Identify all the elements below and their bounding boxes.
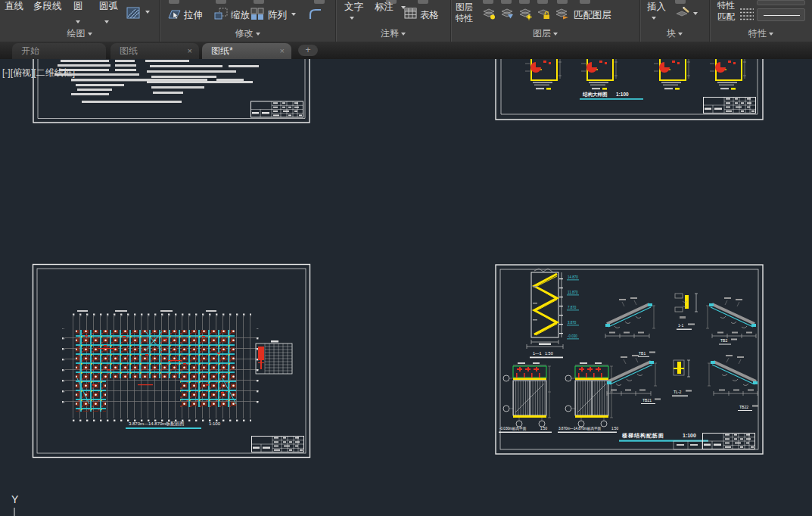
caption-text: 3.870m—14.870m板配筋图 — [129, 421, 184, 427]
ribbon-panel-draw: 直线 多段线 圆 圆弧 绘图 — [0, 0, 159, 42]
color-select[interactable] — [757, 0, 805, 5]
insert-dropdown-icon[interactable] — [652, 17, 656, 20]
clipped-toolbar-button[interactable] — [675, 0, 686, 4]
layer-freeze-icon[interactable] — [499, 8, 515, 20]
caption-scale: 1:100 — [209, 421, 221, 426]
close-tab-icon[interactable]: × — [280, 43, 285, 59]
panel-expand-icon — [769, 33, 773, 36]
line-tool-button[interactable]: 直线 — [5, 0, 23, 13]
sheet-border — [496, 265, 763, 454]
table-icon[interactable] — [404, 8, 418, 20]
file-tab-drawing[interactable]: 图纸 × — [110, 43, 199, 59]
annotate-panel-label[interactable]: 注释 — [336, 27, 450, 40]
dimension-tool-button[interactable]: 标注 — [375, 1, 394, 14]
detail-1-1-label: 1-1 — [678, 323, 683, 328]
viewport-minimize-control[interactable]: [-] — [2, 67, 11, 78]
column-detail-plan — [654, 59, 690, 90]
array-dropdown-icon[interactable] — [291, 13, 296, 16]
stretch-icon[interactable] — [167, 8, 182, 20]
draw-panel-label[interactable]: 绘图 — [0, 27, 159, 40]
ribbon-panel-layers: 图层 特性 — [451, 0, 639, 42]
clipped-toolbar-button[interactable] — [519, 0, 530, 4]
ribbon-panel-annotate: 文字 标注 表格 注释 — [336, 0, 450, 42]
fillet-icon[interactable] — [308, 7, 324, 21]
ucs-icon: Y — [6, 488, 36, 516]
block-edit-icon[interactable] — [674, 5, 691, 20]
clipped-toolbar-button[interactable] — [254, 0, 264, 4]
autocad-window: 直线 多段线 圆 圆弧 绘图 拉伸 — [0, 0, 812, 516]
layer-properties-line2: 特性 — [456, 13, 473, 24]
arc-dropdown-icon[interactable] — [104, 20, 109, 23]
file-tab-label: 开始 — [21, 45, 39, 56]
circle-dropdown-icon[interactable] — [76, 20, 80, 23]
close-tab-icon[interactable]: × — [188, 43, 192, 59]
insert-block-button[interactable]: 插入 — [647, 1, 666, 14]
draw-panel-label-text: 绘图 — [67, 28, 86, 39]
match-properties-icon[interactable] — [739, 7, 755, 20]
tb21-label: TB21 — [642, 398, 652, 403]
clipped-toolbar-button[interactable] — [483, 0, 493, 4]
arc-tool-button[interactable]: 圆弧 — [99, 0, 118, 13]
clipped-toolbar-button[interactable] — [314, 0, 325, 4]
array-icon[interactable] — [250, 8, 264, 20]
clipped-toolbar-button[interactable] — [501, 0, 512, 4]
array-tool-button[interactable]: 阵列 — [268, 9, 287, 22]
ribbon-panel-properties: 特性 匹配 特性 — [710, 0, 812, 42]
sheet-top-left[interactable] — [32, 59, 312, 126]
layer-lock-icon[interactable] — [536, 8, 551, 20]
circle-tool-button[interactable]: 圆 — [73, 0, 83, 13]
match-layer-button[interactable]: 匹配图层 — [574, 9, 611, 22]
section-caption: 1—1 — [533, 351, 542, 356]
layer-properties-button[interactable]: 图层 特性 — [456, 2, 473, 24]
level-labels: 14.870 11.870 7.870 3.870 -0.030 — [567, 275, 579, 339]
text-dropdown-icon[interactable] — [350, 17, 354, 20]
sheet-top-right[interactable]: 结构大样图 1:100 — [493, 59, 766, 122]
title-block — [250, 101, 303, 117]
svg-text:11.870: 11.870 — [568, 291, 578, 294]
scale-tool-button[interactable]: 缩放 — [231, 9, 250, 22]
clipped-toolbar-button[interactable] — [418, 0, 428, 4]
properties-panel-label[interactable]: 特性 — [710, 27, 812, 40]
scale-icon[interactable] — [214, 8, 229, 20]
floor-plan — [62, 310, 259, 421]
hatch-icon[interactable] — [126, 5, 142, 21]
stretch-tool-button[interactable]: 拉伸 — [184, 9, 203, 22]
drawing-canvas[interactable]: [-][俯视][二维线框] — [0, 59, 812, 516]
file-tab-start[interactable]: 开始 — [12, 43, 106, 59]
block-edit-dropdown-icon[interactable] — [693, 12, 698, 15]
stair-plan-1: -0.030m标高平面 1:50 — [499, 362, 552, 433]
modify-panel-label[interactable]: 修改 — [160, 27, 335, 40]
layer-off-icon[interactable] — [481, 8, 496, 20]
stair-detail-tl2: TL-2 — [672, 360, 692, 396]
polyline-tool-button[interactable]: 多段线 — [33, 0, 62, 13]
text-tool-button[interactable]: 文字 — [344, 1, 363, 14]
block-panel-label[interactable]: 块 — [640, 27, 709, 40]
clipped-toolbar-button[interactable] — [557, 0, 568, 4]
column-detail-plan — [581, 59, 618, 90]
clipped-toolbar-button[interactable] — [580, 0, 590, 4]
layer-isolate-icon[interactable] — [518, 8, 533, 20]
clipped-toolbar-button[interactable] — [537, 0, 548, 4]
caption-text: 结构大样图 — [582, 92, 608, 98]
match-properties-button[interactable]: 特性 匹配 — [717, 0, 735, 23]
new-tab-button[interactable]: + — [298, 45, 318, 56]
sheet-bottom-right[interactable]: 14.870 11.870 7.870 3.870 -0.030 1—1 1:5… — [493, 263, 766, 458]
stair-section: 14.870 11.870 7.870 3.870 -0.030 1—1 1:5… — [527, 269, 579, 358]
block-panel-label-text: 块 — [667, 28, 676, 39]
plan2-caption: 3.870m—14.870m标高平面 — [558, 426, 602, 431]
file-tab-drawing-modified[interactable]: 图纸* × — [202, 43, 291, 59]
plan2-scale: 1:50 — [611, 427, 618, 431]
title-block — [703, 98, 756, 113]
layer-match-icon[interactable] — [554, 8, 569, 20]
clipped-toolbar-button[interactable] — [216, 0, 226, 4]
layers-panel-label[interactable]: 图层 — [451, 27, 639, 40]
linetype-select[interactable] — [757, 8, 805, 21]
hatch-dropdown-icon[interactable] — [145, 11, 150, 14]
column-detail-plan — [525, 59, 562, 90]
clipped-toolbar-button[interactable] — [169, 0, 179, 4]
table-tool-button[interactable]: 表格 — [420, 9, 439, 22]
viewport-view-control[interactable]: [俯视] — [11, 67, 34, 78]
sheet-bottom-left[interactable]: 3.870m—14.870m板配筋图 1:100 — [32, 263, 312, 459]
ucs-y-label: Y — [11, 493, 19, 505]
ribbon-panel-block: 插入 块 — [640, 0, 709, 42]
